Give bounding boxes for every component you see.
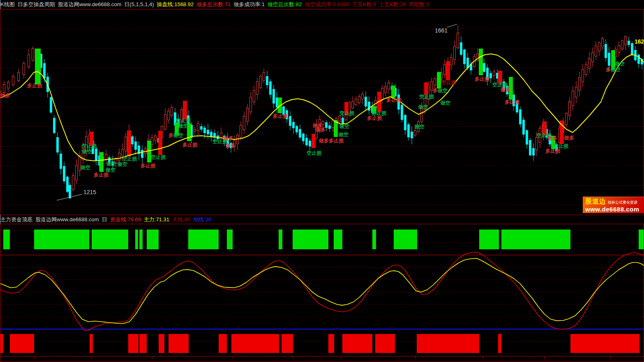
candle-up bbox=[414, 130, 416, 135]
long-phase-band bbox=[394, 230, 417, 249]
candle-up bbox=[220, 133, 222, 138]
candle-down bbox=[299, 129, 301, 137]
short-phase-band bbox=[0, 334, 3, 353]
candle-up bbox=[434, 79, 436, 85]
candle-down bbox=[276, 98, 278, 107]
candle-down bbox=[293, 122, 295, 128]
candle-up bbox=[194, 130, 196, 132]
short-phase-band bbox=[10, 334, 34, 353]
candle-down bbox=[411, 132, 413, 138]
long-phase-band bbox=[479, 230, 499, 249]
short-phase-band bbox=[342, 334, 372, 353]
brand-logo-badge[interactable]: 股道边指标公式量化资源 www.de6688.com bbox=[583, 197, 644, 213]
candle-down bbox=[57, 137, 59, 152]
fund-indicator-chart[interactable] bbox=[0, 224, 644, 362]
header-stat: 股道边网www.de6688.com bbox=[35, 216, 99, 223]
long-phase-band bbox=[188, 230, 219, 249]
signal-label: 做空 bbox=[437, 88, 448, 93]
candle-up bbox=[7, 82, 9, 88]
candle-down bbox=[638, 55, 640, 63]
candle-up bbox=[72, 176, 74, 190]
candle-down bbox=[141, 150, 143, 158]
signal-label: 做多 bbox=[315, 127, 325, 132]
logo-brand: 股道边 bbox=[585, 198, 606, 205]
signal-label: 多止损 bbox=[545, 148, 561, 154]
signal-label: 做空 bbox=[106, 161, 116, 167]
header-stat: 做空总次数:82 bbox=[268, 1, 302, 7]
candle-up bbox=[362, 94, 364, 99]
candle-down bbox=[608, 53, 610, 65]
candle-up bbox=[23, 63, 25, 74]
candle-down bbox=[342, 118, 344, 124]
candle-down bbox=[533, 148, 535, 155]
candle-down bbox=[296, 126, 298, 132]
long-phase-band bbox=[372, 230, 376, 249]
signal-label: 做空 bbox=[105, 167, 115, 173]
candle-down bbox=[270, 81, 272, 95]
candle-down bbox=[631, 44, 633, 55]
short-phase-band bbox=[498, 334, 501, 353]
candle-down bbox=[302, 134, 305, 141]
short-phase-band bbox=[570, 334, 639, 353]
signal-label: 做多 bbox=[564, 135, 574, 141]
candle-up bbox=[122, 149, 124, 156]
price-annotation: 1627 bbox=[635, 38, 644, 45]
candle-down bbox=[135, 142, 137, 149]
short-phase-band bbox=[159, 334, 164, 353]
signal-label: 做空 bbox=[614, 61, 625, 67]
candle-up bbox=[28, 55, 30, 67]
candle-up bbox=[76, 165, 78, 180]
signal-label: 空止损 bbox=[441, 79, 457, 85]
header-stat: 做空成功率:0.9390 bbox=[305, 1, 349, 7]
candle-up bbox=[595, 46, 597, 56]
short-phase-band bbox=[139, 334, 147, 353]
candle-down bbox=[63, 166, 65, 181]
candle-down bbox=[67, 177, 69, 192]
candle-down bbox=[483, 63, 485, 72]
candle-up bbox=[589, 58, 591, 68]
price-annotation: 1215 bbox=[83, 189, 96, 195]
logo-url: www.de6688.com bbox=[585, 206, 644, 212]
signal-label: 空止损 bbox=[151, 154, 166, 160]
header-stat: 日 bbox=[102, 216, 107, 223]
long-stop-signal-bar bbox=[127, 130, 131, 156]
candle-down bbox=[44, 63, 46, 78]
candle-up bbox=[444, 65, 446, 75]
candle-up bbox=[602, 39, 604, 47]
signal-label: 空止损 bbox=[307, 150, 322, 156]
candle-up bbox=[168, 111, 170, 120]
signal-label: 做多 bbox=[0, 93, 10, 98]
candle-up bbox=[621, 41, 623, 49]
candle-up bbox=[592, 52, 594, 62]
candle-up bbox=[125, 137, 127, 151]
short-signal-bar bbox=[391, 86, 395, 98]
candle-down bbox=[628, 41, 630, 44]
candle-up bbox=[536, 137, 538, 150]
candle-up bbox=[32, 49, 34, 60]
candle-up bbox=[579, 77, 581, 90]
candle-up bbox=[118, 153, 120, 160]
signal-label: 做空 bbox=[339, 123, 349, 129]
candle-up bbox=[155, 136, 157, 141]
short-phase-band bbox=[282, 334, 293, 353]
candle-up bbox=[457, 33, 459, 48]
long-phase-band bbox=[3, 230, 10, 249]
short-phase-band bbox=[417, 334, 479, 353]
main-candlestick-chart[interactable]: 做多多止损空止损做空做空多止损做空做空做空空止损多止损空止损多做空空止损做空多止… bbox=[0, 9, 644, 215]
signal-label: 多止损 bbox=[182, 142, 198, 148]
signal-label: 做空 bbox=[82, 149, 92, 154]
long-phase-band bbox=[293, 230, 328, 249]
candle-down bbox=[404, 115, 406, 130]
signal-label: 做空 bbox=[414, 124, 425, 130]
header-stat: 上叉K数:26 bbox=[379, 1, 406, 7]
candle-down bbox=[529, 140, 531, 155]
candle-down bbox=[306, 138, 308, 145]
candle-up bbox=[253, 90, 255, 102]
long-phase-band bbox=[227, 230, 233, 249]
candle-up bbox=[260, 76, 262, 88]
candle-down bbox=[523, 120, 525, 135]
signal-label: 多 bbox=[169, 132, 173, 138]
short-phase-band bbox=[328, 334, 334, 353]
main-chart-header: K线图日多空操盘周期股道边网www.de6688.com日(5,1,5,1,4)… bbox=[0, 0, 644, 9]
signal-label: 多止损 bbox=[386, 97, 402, 103]
